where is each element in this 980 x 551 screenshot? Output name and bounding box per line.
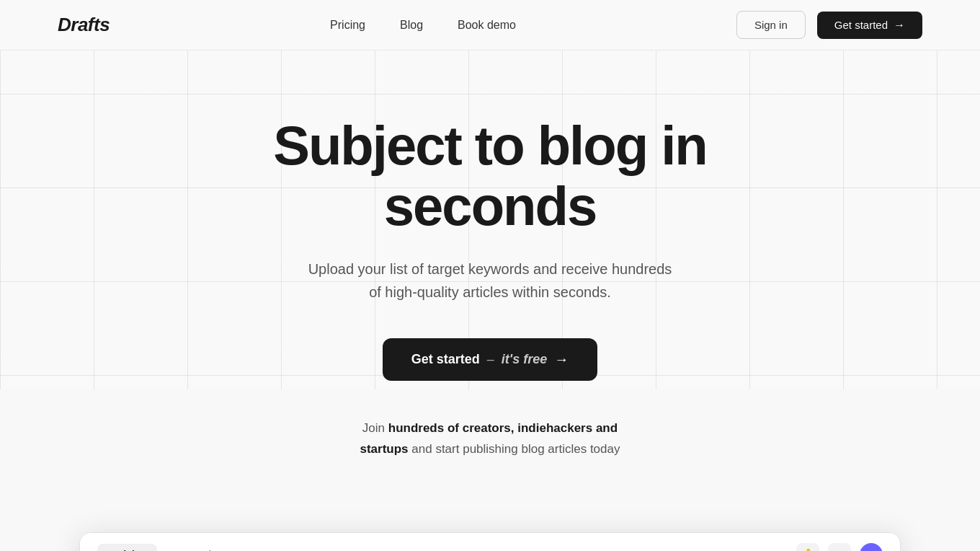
nav-link-pricing[interactable]: Pricing [330, 19, 365, 31]
arrow-icon: → [894, 19, 905, 32]
nav-actions: Sign in Get started → [736, 11, 922, 39]
hero-social-proof: Join hundreds of creators, indiehackers … [29, 418, 951, 460]
nav-link-book-demo[interactable]: Book demo [458, 19, 516, 31]
get-started-nav-button[interactable]: Get started → [817, 12, 922, 39]
dashboard-topbar: Articles Keywords Reports 🔔 ? J [80, 533, 900, 551]
brand-logo[interactable]: Drafts [58, 14, 110, 36]
hero-section: Subject to blog in seconds Upload your l… [0, 50, 980, 503]
cta-arrow-icon: → [554, 351, 569, 368]
hero-title: Subject to blog in seconds [166, 115, 814, 236]
dashboard-preview: Articles Keywords Reports 🔔 ? J Articles… [79, 532, 901, 551]
help-icon[interactable]: ? [828, 543, 851, 551]
tab-articles[interactable]: Articles [97, 544, 157, 551]
dashboard-tabs: Articles Keywords Reports [97, 544, 289, 551]
nav-link-blog[interactable]: Blog [400, 19, 423, 31]
tab-reports[interactable]: Reports [231, 544, 289, 551]
dashboard-topbar-icons: 🔔 ? J [796, 543, 883, 551]
tab-keywords[interactable]: Keywords [160, 544, 227, 551]
navbar: Drafts Pricing Blog Book demo Sign in Ge… [0, 0, 980, 50]
hero-subtitle: Upload your list of target keywords and … [274, 257, 706, 304]
nav-links: Pricing Blog Book demo [330, 19, 516, 32]
avatar[interactable]: J [860, 543, 883, 551]
hero-cta-button[interactable]: Get started – it's free → [383, 338, 597, 381]
sign-in-button[interactable]: Sign in [736, 11, 806, 39]
bell-icon[interactable]: 🔔 [796, 543, 819, 551]
